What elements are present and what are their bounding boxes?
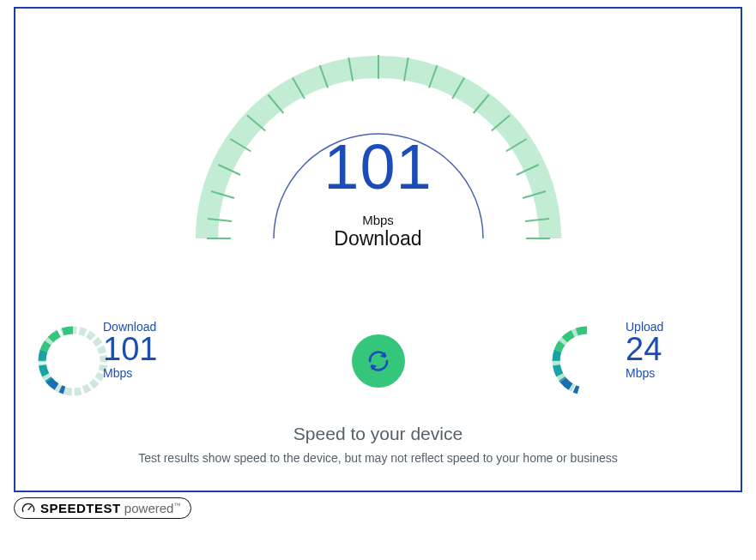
download-unit: Mbps — [103, 367, 157, 379]
refresh-icon — [366, 348, 391, 374]
brand-badge: SPEEDTEST powered™ — [14, 497, 191, 519]
footer-subtitle: Test results show speed to the device, b… — [15, 451, 741, 465]
upload-unit: Mbps — [626, 367, 722, 379]
restart-button[interactable] — [352, 334, 405, 388]
svg-line-25 — [28, 506, 31, 509]
main-speed-label: Download — [334, 227, 421, 250]
main-speed-value: 101 — [324, 135, 432, 199]
speedtest-panel: 101 Mbps Download Download 101 Mbps — [14, 7, 742, 492]
main-speed-unit: Mbps — [362, 213, 394, 227]
download-value: 101 — [103, 333, 157, 367]
trademark-icon: ™ — [173, 502, 180, 509]
upload-value: 24 — [626, 333, 722, 367]
brand-suffix: powered — [124, 501, 174, 515]
download-gauge-icon — [34, 314, 112, 400]
download-result: Download 101 Mbps — [34, 314, 206, 408]
upload-result: Upload 24 Mbps — [550, 314, 722, 408]
footer-title: Speed to your device — [15, 424, 741, 444]
upload-gauge-icon — [548, 314, 626, 400]
brand-name: SPEEDTEST — [40, 501, 121, 515]
speedometer-icon — [21, 502, 35, 515]
